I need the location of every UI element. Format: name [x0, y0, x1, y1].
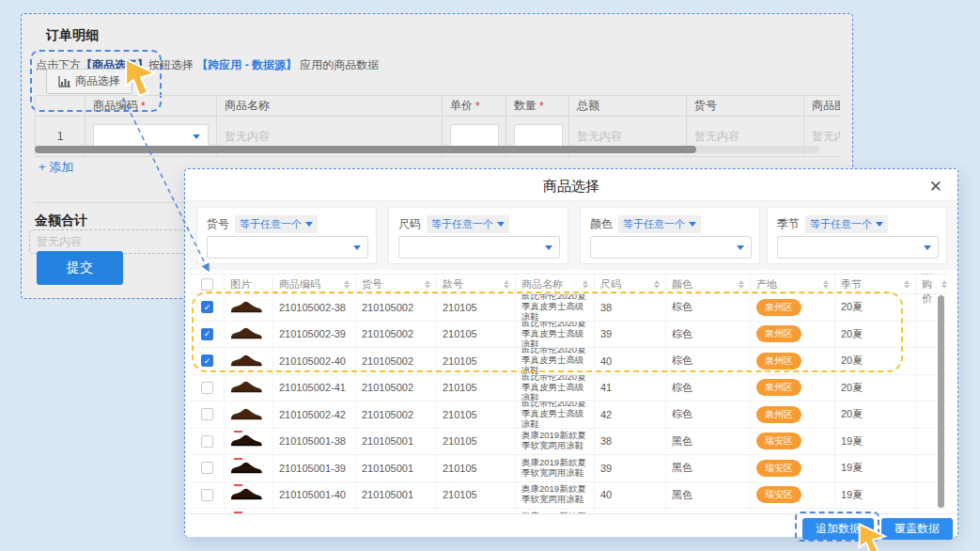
filter-operator-dropdown[interactable]: 等于任意一个	[805, 215, 888, 233]
table-row[interactable]: ✓ 210105002-40210105002210105班比帝伦2020夏季真…	[191, 348, 948, 375]
cell-color: 黑色	[666, 482, 751, 509]
chevron-down-icon	[876, 222, 883, 227]
column-header: 图片	[225, 275, 273, 293]
column-header[interactable]: 货号	[356, 275, 437, 293]
sort-icon[interactable]	[344, 280, 350, 289]
cell-season: 20夏	[835, 322, 916, 348]
row-checkbox[interactable]	[201, 435, 213, 448]
column-header[interactable]: 颜色	[666, 275, 751, 293]
table-row[interactable]: 210105001-40210105001210105奥康2019新款夏季软宽两…	[191, 482, 948, 510]
filter-card-season: 季节 等于任意一个	[767, 207, 947, 264]
column-header[interactable]: 商品编码	[273, 275, 356, 293]
horizontal-scrollbar[interactable]	[35, 146, 819, 153]
close-icon[interactable]: ✕	[929, 179, 942, 195]
cell-code: 210105002-42	[273, 401, 356, 428]
sort-icon[interactable]	[941, 280, 947, 289]
required-asterisk: *	[141, 100, 146, 113]
table-row[interactable]: ✓ 210105002-38210105002210105班比帝伦2020夏季真…	[191, 294, 948, 322]
filter-operator-dropdown[interactable]: 等于任意一个	[235, 215, 318, 233]
table-row[interactable]: 210105001-39210105001210105奥康2019新款夏季软宽两…	[191, 455, 948, 482]
hint-suffix: 应用的商品数据	[300, 58, 379, 71]
filter-label: 货号	[207, 216, 229, 232]
table-row[interactable]: 210105002-41210105002210105班比帝伦2020夏季真皮男…	[191, 375, 948, 402]
row-checkbox[interactable]	[201, 408, 213, 420]
row-checkbox[interactable]: ✓	[201, 301, 213, 313]
submit-button[interactable]: 提交	[37, 251, 123, 285]
cell-name: 奥康2019新款夏季软宽两用凉鞋	[516, 455, 595, 481]
origin-badge: 泉州区	[756, 353, 801, 370]
cell-check	[191, 455, 225, 481]
select-all-checkbox[interactable]	[201, 278, 213, 291]
cell-item_no: 210105001	[356, 482, 437, 509]
cell-color: 棕色	[666, 348, 751, 374]
cell-img	[225, 455, 273, 481]
sort-icon[interactable]	[904, 280, 910, 289]
cell-item_no: 210105001	[356, 455, 437, 481]
cell-size: 40	[595, 482, 666, 509]
column-header[interactable]: 商品名称	[516, 275, 595, 293]
cell-style_no: 210105	[437, 429, 516, 455]
row-checkbox[interactable]: ✓	[201, 354, 213, 367]
cell-season: 20夏	[835, 375, 916, 401]
column-header[interactable]: 季节	[835, 275, 916, 293]
cell-img	[225, 429, 273, 455]
cell-name: 班比帝伦2020夏季真皮男士高级凉鞋	[516, 322, 595, 348]
overwrite-data-button[interactable]: 覆盖数据	[881, 518, 953, 540]
cell-check	[191, 482, 225, 509]
horizontal-scrollbar-thumb[interactable]	[35, 146, 696, 153]
cell-code: 210105001-38	[273, 429, 356, 455]
append-data-button[interactable]: 追加数据	[802, 518, 874, 540]
add-row-label: 添加	[49, 160, 73, 174]
table-row[interactable]: 210105001-38210105001210105奥康2019新款夏季软宽两…	[191, 429, 948, 456]
table-row[interactable]: 210105002-42210105002210105班比帝伦2020夏季真皮男…	[191, 401, 948, 429]
sort-icon[interactable]	[425, 280, 430, 289]
row-checkbox[interactable]	[201, 462, 213, 474]
filter-operator-dropdown[interactable]: 等于任意一个	[618, 215, 701, 233]
sort-icon[interactable]	[654, 280, 660, 289]
cell-season: 20夏	[835, 401, 916, 428]
filter-card-size: 尺码 等于任意一个	[388, 207, 568, 264]
cell-origin: 瑞安区	[751, 429, 835, 455]
order-col-total: 总额	[569, 95, 687, 117]
filter-value-select[interactable]	[777, 236, 939, 259]
filter-card-color: 颜色 等于任意一个	[580, 207, 760, 264]
row-checkbox[interactable]	[201, 489, 213, 501]
cell-season: 20夏	[835, 294, 916, 321]
required-asterisk: *	[539, 100, 544, 113]
column-header[interactable]: 款号	[437, 275, 516, 293]
cell-size: 38	[595, 294, 666, 321]
filter-operator-dropdown[interactable]: 等于任意一个	[427, 215, 509, 233]
filter-value-select[interactable]	[207, 236, 368, 259]
sort-icon[interactable]	[823, 280, 829, 289]
column-header[interactable]: 尺码	[595, 275, 666, 293]
column-header[interactable]: 采购价	[916, 275, 948, 293]
vertical-scrollbar-thumb[interactable]	[938, 295, 944, 508]
order-col-item-no: 货号	[687, 95, 804, 117]
table-row[interactable]: ✓ 210105002-39210105002210105班比帝伦2020夏季真…	[191, 322, 948, 349]
row-checkbox[interactable]: ✓	[201, 328, 213, 340]
cell-name: 奥康2019新款夏季软宽两用凉鞋	[516, 482, 595, 509]
product-select-button[interactable]: 商品选择	[46, 69, 132, 94]
cell-check: ✓	[191, 348, 225, 374]
cell-color: 黑色	[666, 455, 751, 481]
sort-icon[interactable]	[583, 280, 588, 289]
cell-season: 19夏	[835, 455, 916, 481]
bar-chart-icon	[58, 76, 70, 87]
cell-check	[191, 375, 225, 401]
sort-icon[interactable]	[504, 280, 509, 289]
cell-name: 班比帝伦2020夏季真皮男士高级凉鞋	[516, 401, 595, 428]
column-header[interactable]: 产地	[751, 275, 835, 293]
add-row-link[interactable]: + 添加	[39, 159, 73, 176]
filter-value-select[interactable]	[590, 236, 752, 259]
chevron-down-icon	[689, 222, 696, 227]
row-checkbox[interactable]	[201, 382, 213, 394]
order-col-quantity: 数量*	[506, 95, 569, 117]
chevron-down-icon	[737, 245, 744, 250]
filter-value-select[interactable]	[398, 236, 560, 259]
hint-datasource-ref: 【跨应用 - 数据源】	[196, 58, 297, 71]
sort-icon[interactable]	[739, 280, 744, 289]
cell-style_no: 210105	[437, 482, 516, 509]
red-mark	[234, 458, 242, 460]
required-asterisk: *	[475, 100, 480, 113]
shoe-image	[230, 380, 262, 393]
